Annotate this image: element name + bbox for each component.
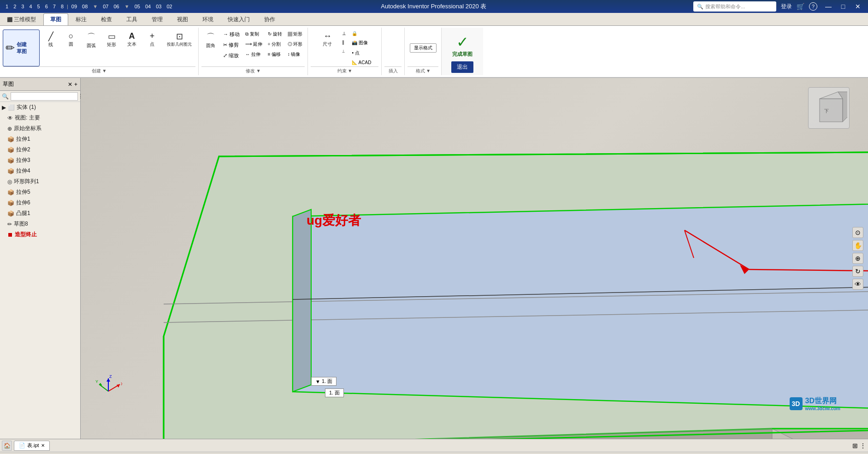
tab-manage[interactable]: 管理 bbox=[145, 13, 170, 25]
point-constrain-btn[interactable]: • 点 bbox=[349, 48, 373, 58]
cart-icon[interactable]: 🛒 bbox=[797, 3, 804, 10]
text-btn[interactable]: A 文本 bbox=[123, 30, 141, 66]
minimize-btn[interactable]: — bbox=[822, 1, 835, 12]
face-tooltip-1[interactable]: ▼ 1. 面 bbox=[311, 377, 337, 386]
qa-btn-16[interactable]: 02 bbox=[165, 1, 174, 12]
scale-btn[interactable]: ⤢ 缩放 bbox=[221, 51, 242, 60]
nav-look-btn[interactable]: 👁 bbox=[852, 279, 863, 290]
tab-view[interactable]: 视图 bbox=[170, 13, 195, 25]
circular-array-btn[interactable]: ◎ 环形 bbox=[285, 40, 305, 49]
face-tooltip-2[interactable]: 1. 面 bbox=[325, 388, 344, 397]
nav-orbit-btn[interactable]: ⊙ bbox=[852, 227, 863, 238]
lock-btn[interactable]: 🔒 bbox=[349, 30, 373, 37]
nav-cube[interactable]: 下 bbox=[808, 87, 850, 129]
display-format-btn[interactable]: 显示格式 bbox=[410, 43, 437, 53]
qa-btn-10[interactable]: 08 bbox=[80, 1, 89, 12]
tab-close-icon[interactable]: ✕ bbox=[41, 443, 45, 448]
exit-btn[interactable]: 退出 bbox=[451, 61, 473, 73]
close-btn[interactable]: ✕ bbox=[851, 1, 864, 12]
qa-btn-7[interactable]: 7 bbox=[51, 1, 58, 12]
trim-btn[interactable]: ✂ 修剪 bbox=[221, 40, 242, 50]
rotate-btn[interactable]: ↻ 旋转 bbox=[266, 30, 284, 39]
panel-search-input[interactable] bbox=[11, 92, 78, 101]
create-sketch-btn[interactable]: ✏ 创建草图 bbox=[3, 30, 40, 66]
tree-item-view[interactable]: 👁 视图: 主要 bbox=[0, 113, 80, 123]
tree-item-origin[interactable]: ⊕ 原始坐标系 bbox=[0, 123, 80, 134]
tab-annotation[interactable]: 标注 bbox=[69, 13, 94, 25]
bottom-right-icons: ⊞ ⋮ bbox=[852, 442, 866, 449]
acad-btn[interactable]: 📐 ACAD bbox=[349, 59, 373, 66]
tree-item-sketch8[interactable]: ✏ 草图8 bbox=[0, 219, 80, 229]
nav-pan-btn[interactable]: ✋ bbox=[852, 240, 863, 251]
tab-quickstart[interactable]: 快速入门 bbox=[221, 13, 257, 25]
ribbon-group-create: ✏ 创建草图 ╱ 线 ○ 圆 ⌒ 圆弧 ▭ 矩形 A 文本 bbox=[0, 28, 199, 75]
search-bar[interactable]: 🔍 搜索帮助和命令... bbox=[693, 1, 776, 12]
dimension-btn[interactable]: ↔ 尺寸 bbox=[316, 30, 339, 49]
win-controls: — □ ✕ bbox=[822, 1, 864, 12]
parallel-btn[interactable]: ∥ bbox=[340, 38, 348, 46]
login-btn[interactable]: 登录 bbox=[781, 3, 792, 11]
qa-btn-5[interactable]: 5 bbox=[35, 1, 42, 12]
qa-btn-13[interactable]: 05 bbox=[133, 1, 142, 12]
dots-icon[interactable]: ⋮ bbox=[860, 442, 866, 449]
panel-close-btn[interactable]: ✕ bbox=[68, 81, 72, 88]
qa-btn-6[interactable]: 6 bbox=[43, 1, 50, 12]
copy-btn[interactable]: ⧉ 复制 bbox=[243, 30, 265, 39]
viewport[interactable]: ug爱好者 下 ⊙ ✋ ⊕ ↻ 👁 bbox=[81, 78, 868, 439]
arc-btn[interactable]: ⌒ 圆弧 bbox=[82, 30, 100, 66]
panel-search-icon: 🔍 bbox=[2, 93, 9, 100]
offset-btn[interactable]: ≡ 偏移 bbox=[266, 50, 284, 59]
tab-sketch[interactable]: 草图 bbox=[43, 13, 68, 25]
qa-btn-2[interactable]: 2 bbox=[12, 1, 18, 12]
coincident-btn[interactable]: ⟂ bbox=[340, 47, 348, 55]
qa-btn-4[interactable]: 4 bbox=[27, 1, 34, 12]
qa-btn-14[interactable]: 04 bbox=[143, 1, 153, 12]
tree-item-extrude2[interactable]: 📦 拉伸2 bbox=[0, 144, 80, 155]
qa-btn-11[interactable]: 07 bbox=[101, 1, 110, 12]
tab-inspect[interactable]: 检查 bbox=[94, 13, 119, 25]
mirror-btn[interactable]: ↕ 镜像 bbox=[285, 50, 305, 59]
tab-tools[interactable]: 工具 bbox=[119, 13, 144, 25]
tree-item[interactable]: ▶ ⬜ 实体 (1) bbox=[0, 102, 80, 113]
tree-item-leg[interactable]: 📦 凸腿1 bbox=[0, 208, 80, 219]
rect-btn[interactable]: ▭ 矩形 bbox=[102, 30, 121, 66]
tree-item-end[interactable]: ⏹ 造型终止 bbox=[0, 229, 80, 240]
panel-add-btn[interactable]: + bbox=[74, 81, 77, 88]
tree-item-extrude4[interactable]: 📦 拉伸4 bbox=[0, 166, 80, 176]
fillet-btn[interactable]: ⌒ 圆角 bbox=[201, 30, 220, 66]
help-btn[interactable]: ? bbox=[809, 2, 817, 11]
project-geometry-btn[interactable]: ⊡ 投影几何图元 bbox=[163, 30, 195, 66]
qa-btn-9[interactable]: 09 bbox=[70, 1, 79, 12]
qa-btn-15[interactable]: 03 bbox=[154, 1, 163, 12]
line-btn[interactable]: ╱ 线 bbox=[41, 30, 60, 66]
coord-system: X Y Z bbox=[94, 373, 122, 402]
file-tab[interactable]: 📄 表.ipt ✕ bbox=[14, 441, 50, 451]
stretch-btn[interactable]: ↔ 拉伸 bbox=[243, 50, 265, 59]
image-btn[interactable]: 📸 图像 bbox=[349, 38, 373, 48]
qa-btn-12[interactable]: 06 bbox=[112, 1, 121, 12]
circle-btn[interactable]: ○ 圆 bbox=[62, 30, 80, 66]
tree-item-extrude6[interactable]: 📦 拉伸6 bbox=[0, 197, 80, 208]
tree-item-extrude1[interactable]: 📦 拉伸1 bbox=[0, 134, 80, 144]
tab-3d-model[interactable]: ⬛三维模型 bbox=[0, 13, 43, 25]
qa-btn-1[interactable]: 1 bbox=[4, 1, 10, 12]
tree-item-extrude5[interactable]: 📦 拉伸5 bbox=[0, 187, 80, 197]
move-btn[interactable]: → 移动 bbox=[221, 30, 242, 39]
perpendicular-btn[interactable]: ⊥ bbox=[340, 30, 348, 37]
qa-btn-3[interactable]: 3 bbox=[19, 1, 26, 12]
rect-array-btn[interactable]: ▦ 矩形 bbox=[285, 30, 305, 39]
home-btn[interactable]: 🏠 bbox=[2, 441, 12, 451]
qa-btn-8[interactable]: 8 bbox=[59, 1, 65, 12]
split-btn[interactable]: ÷ 分割 bbox=[266, 40, 284, 49]
nav-zoom-btn[interactable]: ⊕ bbox=[852, 253, 863, 264]
tab-collaborate[interactable]: 协作 bbox=[257, 13, 282, 25]
tab-environment[interactable]: 环境 bbox=[195, 13, 220, 25]
tree-item-extrude3[interactable]: 📦 拉伸3 bbox=[0, 155, 80, 166]
finish-sketch-btn[interactable]: ✓ 完成草图 bbox=[448, 31, 477, 60]
maximize-btn[interactable]: □ bbox=[837, 1, 850, 12]
grid-icon[interactable]: ⊞ bbox=[852, 442, 858, 449]
extend-btn[interactable]: ⟶ 延伸 bbox=[243, 40, 265, 49]
tree-item-circular-array[interactable]: ◎ 环形阵列1 bbox=[0, 176, 80, 187]
nav-rotate-btn[interactable]: ↻ bbox=[852, 266, 863, 277]
point-btn[interactable]: + 点 bbox=[143, 30, 161, 66]
